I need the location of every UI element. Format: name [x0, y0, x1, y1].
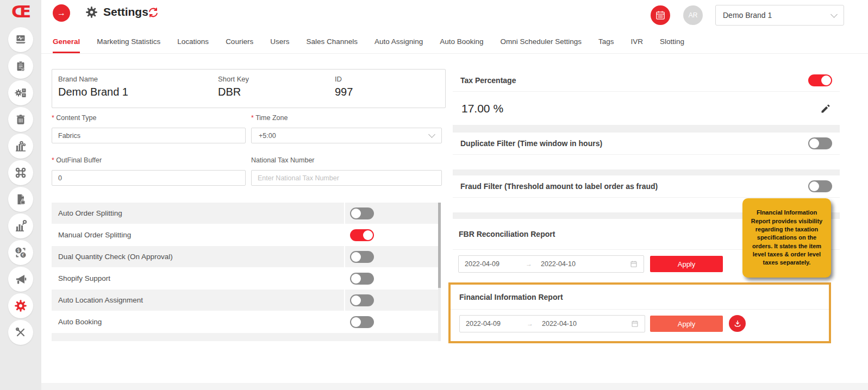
short-key-value: DBR: [218, 86, 249, 98]
download-report-button[interactable]: [729, 315, 746, 332]
table-row: Auto Booking: [52, 311, 441, 332]
toggle-row-label: Auto Location Assignment: [58, 296, 143, 304]
expand-sidebar-button[interactable]: →: [53, 4, 70, 22]
brand-name-label: Brand Name: [58, 75, 128, 83]
sidebar-item-analytics[interactable]: [8, 134, 33, 159]
sidebar-item-fulfillment[interactable]: [8, 80, 33, 105]
financial-date-range[interactable]: 2022-04-09 → 2022-04-10: [459, 315, 645, 332]
tab-tags[interactable]: Tags: [598, 30, 614, 53]
tab-ivr[interactable]: IVR: [630, 30, 643, 53]
orders-clipboard-icon: [15, 60, 27, 73]
date-to[interactable]: 2022-04-10: [541, 260, 630, 268]
chevron-down-icon: [428, 131, 435, 138]
sidebar-item-orders[interactable]: [8, 54, 33, 79]
date-from[interactable]: 2022-04-09: [465, 260, 526, 268]
fraud-filter-label: Fraud Filter (Threshold amount to label …: [460, 182, 658, 191]
analytics-gears-icon: [14, 140, 27, 153]
time-zone-select[interactable]: +5:00: [251, 128, 442, 143]
svg-text:€: €: [22, 253, 24, 257]
financial-apply-button[interactable]: Apply: [650, 316, 723, 332]
toggle-row-label: Dual Quantity Check (On Approval): [58, 253, 173, 261]
dual-quantity-check-toggle[interactable]: [350, 251, 374, 263]
tax-percentage-label: Tax Percentage: [460, 76, 516, 85]
duplicate-filter-label: Duplicate Filter (Time window in hours): [460, 139, 602, 148]
auto-location-assignment-toggle[interactable]: [350, 294, 374, 306]
refresh-button[interactable]: [147, 7, 159, 21]
financial-report-card: Financial Information Report 2022-04-09 …: [448, 282, 831, 343]
tab-users[interactable]: Users: [270, 30, 289, 53]
table-row: Auto Location Assignment: [52, 290, 441, 311]
duplicate-filter-empty-row: [453, 155, 840, 169]
tab-omni-scheduler-settings[interactable]: Omni Scheduler Settings: [501, 30, 582, 53]
fbr-apply-button[interactable]: Apply: [650, 256, 723, 272]
auto-booking-toggle[interactable]: [350, 316, 374, 328]
brand-feature-toggle-list: Auto Order Splitting Manual Order Splitt…: [52, 203, 441, 341]
sidebar-item-trash[interactable]: [8, 107, 33, 132]
secure-document-icon: [15, 193, 27, 206]
sidebar-item-currency[interactable]: $€: [8, 240, 33, 265]
footer-strip: [41, 383, 868, 390]
date-to[interactable]: 2022-04-10: [542, 320, 631, 328]
tab-couriers[interactable]: Couriers: [226, 30, 253, 53]
table-row: Shopify Support: [52, 268, 441, 289]
edit-tax-button[interactable]: [820, 103, 831, 114]
fulfillment-gear-icon: [14, 86, 27, 99]
sidebar-item-settings[interactable]: [8, 293, 33, 318]
settings-tabbar: General Marketing Statistics Locations C…: [41, 30, 868, 54]
calendar-icon: [631, 320, 639, 328]
sidebar-item-secure-documents[interactable]: [8, 187, 33, 212]
sidebar-item-dashboard[interactable]: [8, 27, 33, 52]
fraud-filter-toggle[interactable]: [808, 180, 832, 192]
tax-percentage-toggle[interactable]: [808, 74, 832, 86]
command-icon: [15, 167, 27, 179]
avatar[interactable]: AR: [683, 5, 703, 25]
auto-order-splitting-toggle[interactable]: [350, 207, 374, 219]
tab-auto-booking[interactable]: Auto Booking: [440, 30, 483, 53]
national-tax-number-label: National Tax Number: [251, 156, 315, 164]
calendar-button[interactable]: [651, 5, 670, 25]
announcements-megaphone-icon: [14, 273, 27, 286]
currency-exchange-icon: $€: [14, 246, 27, 259]
sidebar-item-tools[interactable]: [8, 320, 33, 345]
tab-auto-assigning[interactable]: Auto Assigning: [374, 30, 423, 53]
outfinal-buffer-input[interactable]: [52, 170, 246, 186]
tab-locations[interactable]: Locations: [177, 30, 209, 53]
settings-gear-icon: [14, 299, 28, 313]
date-from[interactable]: 2022-04-09: [466, 320, 527, 328]
id-value: 997: [335, 86, 353, 98]
toggle-row-label: Auto Order Splitting: [58, 209, 122, 217]
scrollbar-thumb[interactable]: [438, 203, 441, 288]
tab-marketing-statistics[interactable]: Marketing Statistics: [97, 30, 160, 53]
content-type-input[interactable]: [52, 128, 246, 143]
shopify-support-toggle[interactable]: [350, 273, 374, 285]
reports-maintenance-icon: [14, 219, 27, 232]
tab-sales-channels[interactable]: Sales Channels: [306, 30, 358, 53]
app-logo[interactable]: Œ: [0, 2, 41, 21]
chevron-down-icon: [830, 11, 838, 18]
brand-selector[interactable]: Demo Brand 1: [715, 5, 844, 26]
toggle-row-label: Manual Order Splitting: [58, 231, 131, 239]
tab-general[interactable]: General: [53, 30, 80, 53]
settings-page: Œ $€: [0, 0, 868, 390]
svg-text:$: $: [17, 248, 20, 253]
sidebar-item-command[interactable]: [8, 160, 33, 185]
tab-slotting[interactable]: Slotting: [660, 30, 684, 53]
manual-order-splitting-toggle[interactable]: [350, 229, 374, 241]
brand-name-value: Demo Brand 1: [58, 86, 128, 98]
financial-report-title: Financial Information Report: [451, 285, 829, 310]
tools-icon: [15, 326, 27, 338]
settings-gear-title-icon: [85, 5, 98, 21]
duplicate-filter-card: Duplicate Filter (Time window in hours): [453, 133, 840, 169]
duplicate-filter-toggle[interactable]: [808, 137, 832, 149]
sidebar-item-report-tools[interactable]: [8, 213, 33, 238]
fbr-date-range[interactable]: 2022-04-09 → 2022-04-10: [458, 255, 644, 273]
tax-percentage-card: Tax Percentage 17.00 %: [453, 69, 840, 125]
toggle-list-scrollbar[interactable]: [438, 203, 441, 341]
financial-report-tooltip: FInancial Information Report provides vi…: [742, 198, 831, 278]
time-zone-value: +5:00: [259, 132, 276, 140]
sidebar: Œ $€: [0, 0, 41, 390]
partially-visible-row: [52, 333, 441, 341]
right-arrow-icon: →: [57, 8, 66, 18]
sidebar-item-announcements[interactable]: [8, 267, 33, 292]
national-tax-number-input[interactable]: [251, 170, 442, 186]
